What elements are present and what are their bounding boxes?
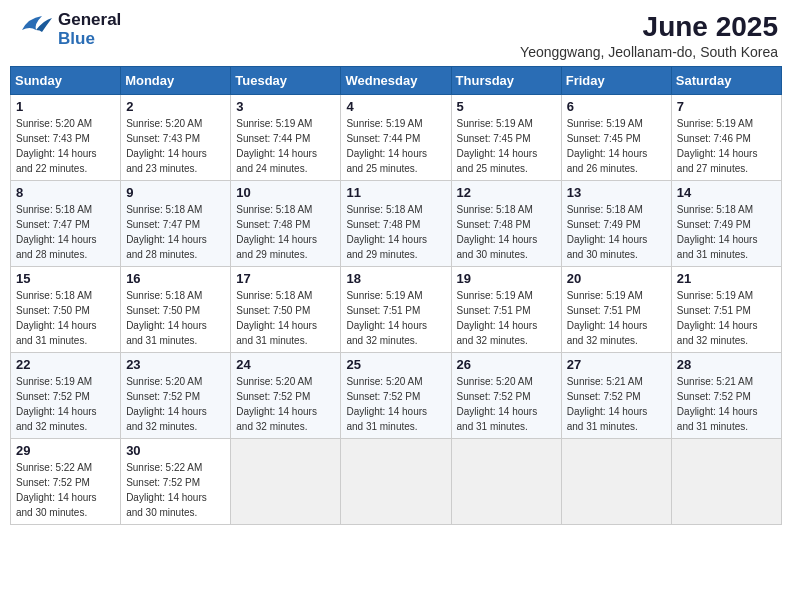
daylight-label: Daylight: 14 hours and 32 minutes.: [457, 320, 538, 346]
sunrise-label: Sunrise: 5:18 AM: [236, 204, 312, 215]
daylight-label: Daylight: 14 hours and 25 minutes.: [457, 148, 538, 174]
day-number: 12: [457, 185, 556, 200]
sunset-label: Sunset: 7:46 PM: [677, 133, 751, 144]
day-number: 8: [16, 185, 115, 200]
daylight-label: Daylight: 14 hours and 31 minutes.: [677, 234, 758, 260]
calendar-cell: 10 Sunrise: 5:18 AM Sunset: 7:48 PM Dayl…: [231, 180, 341, 266]
sunset-label: Sunset: 7:51 PM: [457, 305, 531, 316]
day-info: Sunrise: 5:22 AM Sunset: 7:52 PM Dayligh…: [16, 460, 115, 520]
daylight-label: Daylight: 14 hours and 27 minutes.: [677, 148, 758, 174]
sunrise-label: Sunrise: 5:19 AM: [457, 118, 533, 129]
sunrise-label: Sunrise: 5:22 AM: [16, 462, 92, 473]
daylight-label: Daylight: 14 hours and 30 minutes.: [457, 234, 538, 260]
weekday-header-sunday: Sunday: [11, 66, 121, 94]
calendar-cell: 28 Sunrise: 5:21 AM Sunset: 7:52 PM Dayl…: [671, 352, 781, 438]
sunset-label: Sunset: 7:52 PM: [16, 477, 90, 488]
day-number: 30: [126, 443, 225, 458]
calendar-cell: [561, 438, 671, 524]
day-number: 17: [236, 271, 335, 286]
day-info: Sunrise: 5:18 AM Sunset: 7:47 PM Dayligh…: [16, 202, 115, 262]
sunrise-label: Sunrise: 5:19 AM: [346, 290, 422, 301]
sunset-label: Sunset: 7:43 PM: [126, 133, 200, 144]
weekday-header-wednesday: Wednesday: [341, 66, 451, 94]
day-info: Sunrise: 5:21 AM Sunset: 7:52 PM Dayligh…: [567, 374, 666, 434]
calendar-cell: 30 Sunrise: 5:22 AM Sunset: 7:52 PM Dayl…: [121, 438, 231, 524]
calendar-cell: 9 Sunrise: 5:18 AM Sunset: 7:47 PM Dayli…: [121, 180, 231, 266]
daylight-label: Daylight: 14 hours and 31 minutes.: [677, 406, 758, 432]
sunset-label: Sunset: 7:51 PM: [346, 305, 420, 316]
calendar-cell: 26 Sunrise: 5:20 AM Sunset: 7:52 PM Dayl…: [451, 352, 561, 438]
sunrise-label: Sunrise: 5:18 AM: [677, 204, 753, 215]
sunrise-label: Sunrise: 5:18 AM: [16, 290, 92, 301]
day-info: Sunrise: 5:19 AM Sunset: 7:51 PM Dayligh…: [567, 288, 666, 348]
sunrise-label: Sunrise: 5:19 AM: [567, 118, 643, 129]
daylight-label: Daylight: 14 hours and 32 minutes.: [346, 320, 427, 346]
sunrise-label: Sunrise: 5:20 AM: [126, 118, 202, 129]
calendar-cell: 24 Sunrise: 5:20 AM Sunset: 7:52 PM Dayl…: [231, 352, 341, 438]
sunset-label: Sunset: 7:52 PM: [457, 391, 531, 402]
daylight-label: Daylight: 14 hours and 29 minutes.: [236, 234, 317, 260]
calendar-table: SundayMondayTuesdayWednesdayThursdayFrid…: [10, 66, 782, 525]
calendar-cell: [341, 438, 451, 524]
sunrise-label: Sunrise: 5:18 AM: [126, 290, 202, 301]
sunset-label: Sunset: 7:52 PM: [677, 391, 751, 402]
sunset-label: Sunset: 7:52 PM: [126, 477, 200, 488]
calendar-cell: 3 Sunrise: 5:19 AM Sunset: 7:44 PM Dayli…: [231, 94, 341, 180]
sunrise-label: Sunrise: 5:21 AM: [567, 376, 643, 387]
calendar-cell: 22 Sunrise: 5:19 AM Sunset: 7:52 PM Dayl…: [11, 352, 121, 438]
day-number: 7: [677, 99, 776, 114]
sunset-label: Sunset: 7:43 PM: [16, 133, 90, 144]
daylight-label: Daylight: 14 hours and 31 minutes.: [346, 406, 427, 432]
sunrise-label: Sunrise: 5:19 AM: [16, 376, 92, 387]
day-number: 2: [126, 99, 225, 114]
day-number: 26: [457, 357, 556, 372]
daylight-label: Daylight: 14 hours and 24 minutes.: [236, 148, 317, 174]
day-info: Sunrise: 5:19 AM Sunset: 7:51 PM Dayligh…: [457, 288, 556, 348]
day-info: Sunrise: 5:18 AM Sunset: 7:47 PM Dayligh…: [126, 202, 225, 262]
calendar-cell: 6 Sunrise: 5:19 AM Sunset: 7:45 PM Dayli…: [561, 94, 671, 180]
calendar-cell: 23 Sunrise: 5:20 AM Sunset: 7:52 PM Dayl…: [121, 352, 231, 438]
day-number: 9: [126, 185, 225, 200]
day-number: 20: [567, 271, 666, 286]
calendar-cell: 8 Sunrise: 5:18 AM Sunset: 7:47 PM Dayli…: [11, 180, 121, 266]
weekday-header-friday: Friday: [561, 66, 671, 94]
weekday-header-row: SundayMondayTuesdayWednesdayThursdayFrid…: [11, 66, 782, 94]
sunset-label: Sunset: 7:48 PM: [236, 219, 310, 230]
sunrise-label: Sunrise: 5:19 AM: [457, 290, 533, 301]
calendar-cell: [231, 438, 341, 524]
day-info: Sunrise: 5:18 AM Sunset: 7:49 PM Dayligh…: [567, 202, 666, 262]
day-info: Sunrise: 5:19 AM Sunset: 7:51 PM Dayligh…: [677, 288, 776, 348]
day-info: Sunrise: 5:18 AM Sunset: 7:48 PM Dayligh…: [236, 202, 335, 262]
day-info: Sunrise: 5:20 AM Sunset: 7:43 PM Dayligh…: [16, 116, 115, 176]
day-number: 23: [126, 357, 225, 372]
page-header: General Blue June 2025 Yeonggwang, Jeoll…: [10, 10, 782, 60]
day-info: Sunrise: 5:19 AM Sunset: 7:45 PM Dayligh…: [567, 116, 666, 176]
daylight-label: Daylight: 14 hours and 31 minutes.: [457, 406, 538, 432]
day-number: 15: [16, 271, 115, 286]
day-number: 1: [16, 99, 115, 114]
calendar-cell: 15 Sunrise: 5:18 AM Sunset: 7:50 PM Dayl…: [11, 266, 121, 352]
daylight-label: Daylight: 14 hours and 26 minutes.: [567, 148, 648, 174]
logo: General Blue: [14, 10, 121, 49]
day-info: Sunrise: 5:19 AM Sunset: 7:51 PM Dayligh…: [346, 288, 445, 348]
weekday-header-saturday: Saturday: [671, 66, 781, 94]
sunrise-label: Sunrise: 5:18 AM: [126, 204, 202, 215]
day-number: 21: [677, 271, 776, 286]
calendar-cell: 2 Sunrise: 5:20 AM Sunset: 7:43 PM Dayli…: [121, 94, 231, 180]
day-info: Sunrise: 5:20 AM Sunset: 7:52 PM Dayligh…: [126, 374, 225, 434]
day-info: Sunrise: 5:18 AM Sunset: 7:49 PM Dayligh…: [677, 202, 776, 262]
daylight-label: Daylight: 14 hours and 28 minutes.: [16, 234, 97, 260]
day-number: 18: [346, 271, 445, 286]
sunrise-label: Sunrise: 5:20 AM: [126, 376, 202, 387]
day-number: 3: [236, 99, 335, 114]
sunrise-label: Sunrise: 5:18 AM: [346, 204, 422, 215]
calendar-cell: 11 Sunrise: 5:18 AM Sunset: 7:48 PM Dayl…: [341, 180, 451, 266]
day-number: 10: [236, 185, 335, 200]
sunset-label: Sunset: 7:52 PM: [236, 391, 310, 402]
day-number: 19: [457, 271, 556, 286]
day-info: Sunrise: 5:18 AM Sunset: 7:48 PM Dayligh…: [346, 202, 445, 262]
sunrise-label: Sunrise: 5:19 AM: [677, 290, 753, 301]
sunset-label: Sunset: 7:50 PM: [236, 305, 310, 316]
sunset-label: Sunset: 7:52 PM: [346, 391, 420, 402]
day-number: 29: [16, 443, 115, 458]
